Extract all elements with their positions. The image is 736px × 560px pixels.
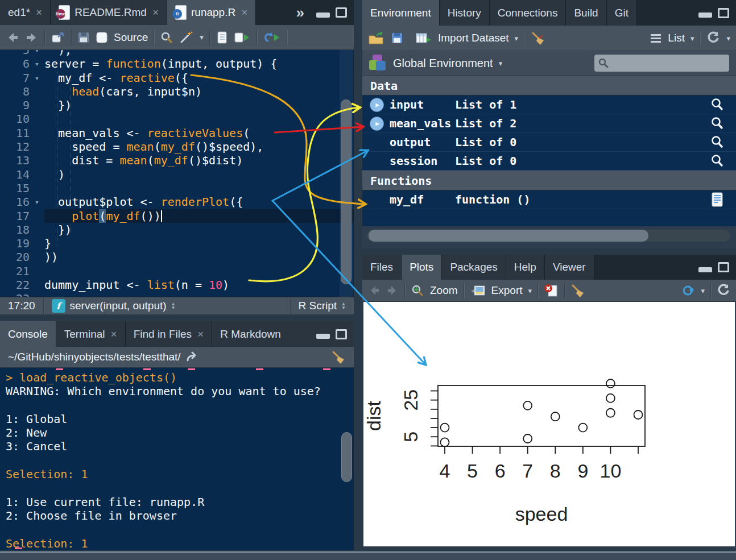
- maximize-icon[interactable]: [718, 262, 729, 272]
- export-caret[interactable]: ▾: [528, 287, 532, 295]
- tab-viewer[interactable]: Viewer: [545, 255, 594, 280]
- code-line[interactable]: 8 head(cars, input$n): [0, 85, 354, 98]
- tab-overflow-icon[interactable]: »: [290, 0, 309, 25]
- export-plot-icon[interactable]: [470, 284, 486, 297]
- code-line[interactable]: 15: [0, 181, 354, 195]
- maximize-icon[interactable]: [718, 8, 729, 18]
- list-view-label[interactable]: List: [668, 32, 685, 44]
- tab-plots[interactable]: Plots: [402, 255, 442, 280]
- import-dataset-caret[interactable]: ▾: [515, 34, 519, 43]
- environment-hscrollbar[interactable]: [362, 230, 736, 243]
- run-icon[interactable]: [234, 31, 251, 44]
- previous-plot-icon[interactable]: [368, 284, 381, 297]
- fold-arrow-icon[interactable]: ▾: [30, 57, 44, 70]
- environment-object-row[interactable]: outputList of 0: [362, 133, 736, 152]
- editor-scrollbar[interactable]: [340, 50, 353, 297]
- editor-tab-ed1[interactable]: ed1* ×: [0, 0, 51, 25]
- code-line[interactable]: 11 mean_vals <- reactiveValues(: [0, 126, 354, 140]
- code-line[interactable]: 23: [0, 292, 354, 297]
- environment-scope-caret[interactable]: ▾: [499, 59, 503, 68]
- refresh-icon[interactable]: [706, 31, 721, 45]
- expand-object-icon[interactable]: ▶: [370, 98, 384, 112]
- doc-type-selector[interactable]: R Script ▲▼: [290, 297, 354, 314]
- import-dataset-icon[interactable]: [415, 32, 432, 44]
- tab-git[interactable]: Git: [607, 0, 637, 26]
- back-icon[interactable]: [6, 31, 19, 44]
- tab-build[interactable]: Build: [566, 0, 606, 26]
- open-in-new-window-icon[interactable]: [51, 31, 65, 44]
- close-icon[interactable]: ×: [152, 6, 159, 19]
- close-icon[interactable]: ×: [241, 6, 247, 19]
- find-replace-icon[interactable]: [160, 31, 173, 44]
- zoom-plot-icon[interactable]: [411, 284, 424, 297]
- minimize-icon[interactable]: [316, 334, 330, 339]
- console-scrollbar-thumb[interactable]: [341, 432, 352, 482]
- list-view-caret[interactable]: ▾: [690, 34, 694, 43]
- environment-scope-label[interactable]: Global Environment: [393, 57, 493, 70]
- forward-icon[interactable]: [25, 31, 39, 44]
- editor-scrollbar-thumb[interactable]: [341, 99, 352, 284]
- tab-terminal[interactable]: Terminal ×: [56, 321, 126, 347]
- maximize-icon[interactable]: [336, 329, 347, 339]
- publish-caret[interactable]: ▾: [701, 287, 705, 295]
- scope-selector[interactable]: f server(input, output) ▲▼: [43, 297, 184, 314]
- load-workspace-folder-icon[interactable]: [368, 31, 385, 45]
- inspect-object-button[interactable]: [710, 116, 725, 131]
- code-line[interactable]: 9 }): [0, 98, 354, 112]
- inspect-object-button[interactable]: [710, 154, 725, 168]
- fold-arrow-icon[interactable]: ▾: [30, 71, 44, 85]
- close-icon[interactable]: ×: [111, 328, 117, 341]
- refresh-caret[interactable]: ▾: [726, 34, 730, 43]
- zoom-plot-label[interactable]: Zoom: [430, 284, 458, 297]
- import-dataset-label[interactable]: Import Dataset: [438, 32, 509, 44]
- code-tools-wand-icon[interactable]: [179, 31, 194, 44]
- publish-icon[interactable]: [680, 284, 695, 297]
- next-plot-icon[interactable]: [386, 284, 399, 297]
- tab-history[interactable]: History: [440, 0, 490, 26]
- code-line[interactable]: 12 speed = mean(my_df()$speed),: [0, 140, 354, 154]
- minimize-icon[interactable]: [316, 13, 330, 18]
- save-workspace-icon[interactable]: [391, 32, 403, 44]
- code-line[interactable]: 5▾ ),: [0, 50, 354, 57]
- maximize-icon[interactable]: [336, 7, 347, 18]
- code-line[interactable]: 14 ): [0, 168, 354, 181]
- editor-tab-readme[interactable]: Rmd README.Rmd ×: [51, 0, 167, 25]
- environment-object-row[interactable]: my_dffunction (): [362, 190, 736, 209]
- save-icon[interactable]: [77, 31, 90, 44]
- editor-tab-runapp[interactable]: R runapp.R ×: [167, 0, 256, 25]
- source-on-save-checkbox[interactable]: [96, 31, 108, 44]
- inspect-object-button[interactable]: [710, 135, 725, 150]
- code-line[interactable]: 16▾ output$plot <- renderPlot({: [0, 195, 354, 209]
- code-editor[interactable]: 5▾ ),6▾server = function(input, output) …: [0, 50, 354, 297]
- code-line[interactable]: 13 dist = mean(my_df()$dist): [0, 154, 354, 167]
- expand-object-icon[interactable]: ▶: [370, 117, 384, 131]
- clear-console-broom-icon[interactable]: [331, 350, 346, 364]
- wand-dropdown-caret[interactable]: ▾: [200, 33, 204, 42]
- clear-plots-broom-icon[interactable]: [570, 283, 585, 298]
- code-line[interactable]: 10: [0, 112, 354, 126]
- rerun-source-icon[interactable]: [263, 31, 281, 44]
- compile-notebook-icon[interactable]: [216, 31, 228, 44]
- clear-workspace-broom-icon[interactable]: [530, 31, 546, 45]
- minimize-icon[interactable]: [698, 13, 712, 18]
- tab-files[interactable]: Files: [362, 255, 402, 280]
- go-to-directory-icon[interactable]: [185, 351, 200, 363]
- environment-object-row[interactable]: ▶inputList of 1: [362, 96, 736, 114]
- fold-arrow-icon[interactable]: ▾: [30, 50, 44, 57]
- minimize-icon[interactable]: [698, 267, 712, 272]
- code-line[interactable]: 22dummy_input <- list(n = 10): [0, 278, 354, 292]
- environment-object-row[interactable]: ▶mean_valsList of 2: [362, 114, 736, 133]
- code-line[interactable]: 6▾server = function(input, output) {: [0, 57, 354, 70]
- view-function-button[interactable]: [710, 192, 725, 207]
- list-view-icon[interactable]: [650, 33, 662, 43]
- close-icon[interactable]: ×: [36, 6, 42, 19]
- tab-connections[interactable]: Connections: [490, 0, 567, 26]
- code-line[interactable]: 21: [0, 264, 354, 278]
- code-line[interactable]: 7▾ my_df <- reactive({: [0, 71, 354, 85]
- environment-hscrollbar-thumb[interactable]: [369, 230, 648, 242]
- tab-packages[interactable]: Packages: [442, 255, 506, 280]
- tab-find-in-files[interactable]: Find in Files ×: [126, 321, 213, 347]
- code-line[interactable]: 17 plot(my_df()): [0, 209, 354, 223]
- console-output[interactable]: > load_reactive_objects()WARNING: Which …: [0, 368, 354, 550]
- close-icon[interactable]: ×: [197, 328, 204, 341]
